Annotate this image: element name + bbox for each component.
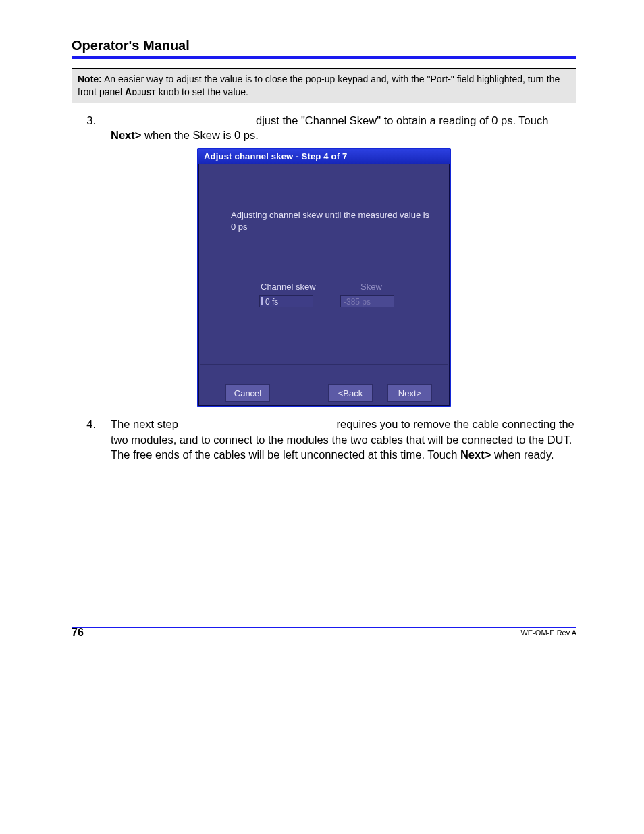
- step-3-body: djust the "Channel Skew" to obtain a rea…: [111, 113, 576, 143]
- page-number: 76: [72, 627, 84, 639]
- step-4-tail: when ready.: [491, 448, 554, 461]
- wizard-divider: [200, 364, 448, 365]
- note-text-2: knob to set the value.: [156, 86, 248, 97]
- cancel-button[interactable]: Cancel: [225, 384, 270, 402]
- skew-label: Skew: [360, 282, 382, 292]
- next-button[interactable]: Next>: [387, 384, 432, 402]
- header-rule: [72, 56, 576, 59]
- wizard-instruction: Adjusting channel skew until the measure…: [231, 210, 431, 232]
- step-4-number: 4.: [72, 417, 111, 432]
- wizard-container: Adjust channel skew - Step 4 of 7 Adjust…: [72, 148, 576, 407]
- page-title: Operator's Manual: [72, 38, 576, 53]
- step-4-body: The next step requires you to remove the…: [111, 417, 576, 462]
- note-adjust-knob: Adjust: [125, 86, 156, 97]
- channel-skew-label: Channel skew: [261, 282, 316, 292]
- note-prefix: Note:: [78, 74, 102, 84]
- skew-field: -385 ps: [340, 295, 394, 307]
- step-3-number: 3.: [72, 113, 111, 128]
- document-page: Operator's Manual Note: An easier way to…: [0, 0, 644, 834]
- step-4: 4. The next step requires you to remove …: [72, 417, 576, 462]
- wizard-title: Adjust channel skew - Step 4 of 7: [198, 149, 450, 164]
- step-4-next: Next>: [460, 448, 491, 461]
- step-3-line2: when the Skew is 0 ps.: [141, 129, 258, 141]
- step-4-lead: The next step: [111, 418, 178, 430]
- wizard-dialog: Adjust channel skew - Step 4 of 7 Adjust…: [197, 148, 451, 407]
- note-box: Note: An easier way to adjust the value …: [72, 68, 576, 103]
- channel-skew-field[interactable]: 0 fs: [259, 295, 313, 307]
- step-3: 3. djust the "Channel Skew" to obtain a …: [72, 113, 576, 143]
- revision-label: WE-OM-E Rev A: [520, 629, 576, 637]
- step-3-next: Next>: [111, 129, 141, 141]
- footer-rule: [72, 627, 576, 628]
- back-button[interactable]: <Back: [328, 384, 373, 402]
- step-3-line1: djust the "Channel Skew" to obtain a rea…: [256, 114, 548, 126]
